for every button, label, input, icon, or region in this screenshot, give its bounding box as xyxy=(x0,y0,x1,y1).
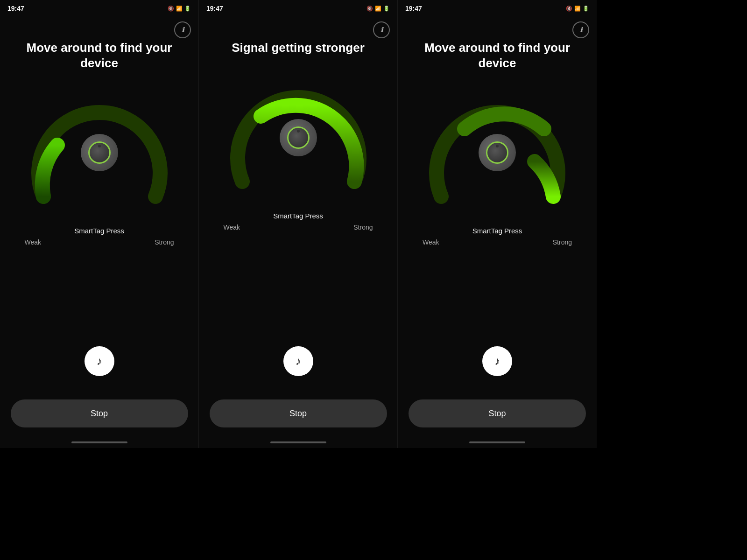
panel-title-3: Move around to find your device xyxy=(398,17,597,80)
mute-icon-3: 🔇 xyxy=(566,6,572,12)
signal-strong-1: Strong xyxy=(155,238,174,246)
mute-icon-1: 🔇 xyxy=(168,6,174,12)
device-label-2: SmartTag Press xyxy=(273,212,323,220)
status-icons-3: 🔇 📶 🔋 xyxy=(566,6,589,12)
stop-label-3: Stop xyxy=(488,409,506,419)
status-time-2: 19:47 xyxy=(206,5,223,12)
radar-container-3 xyxy=(418,84,577,224)
stop-button-3[interactable]: Stop xyxy=(409,399,586,427)
wifi-icon-3: 📶 xyxy=(574,6,581,12)
battery-icon-1: 🔋 xyxy=(184,6,191,12)
signal-labels-3: Weak Strong xyxy=(418,238,577,246)
music-icon-2: ♪ xyxy=(296,355,301,368)
wifi-icon-2: 📶 xyxy=(375,6,381,12)
home-indicator-1 xyxy=(71,441,127,443)
signal-weak-3: Weak xyxy=(423,238,439,246)
status-bar-2: 19:47 🔇 📶 🔋 xyxy=(199,0,397,17)
signal-weak-2: Weak xyxy=(224,224,240,231)
info-button-2[interactable]: ℹ xyxy=(373,21,390,38)
mute-icon-2: 🔇 xyxy=(366,6,373,12)
battery-icon-2: 🔋 xyxy=(383,6,390,12)
device-icon-1 xyxy=(81,134,118,171)
device-label-1: SmartTag Press xyxy=(74,227,124,235)
phone-panel-1: 19:47 🔇 📶 🔋 ℹ Move around to find your d… xyxy=(0,0,199,448)
status-time-3: 19:47 xyxy=(405,5,422,12)
sound-button-2[interactable]: ♪ xyxy=(283,346,313,376)
device-inner-2 xyxy=(287,126,310,149)
stop-label-1: Stop xyxy=(91,409,108,419)
home-indicator-2 xyxy=(270,441,326,443)
battery-icon-3: 🔋 xyxy=(583,6,589,12)
phone-panel-2: 19:47 🔇 📶 🔋 ℹ Signal getting stronger xyxy=(199,0,398,448)
status-icons-2: 🔇 📶 🔋 xyxy=(366,6,390,12)
panel-title-1: Move around to find your device xyxy=(0,17,198,80)
device-dot-2 xyxy=(297,130,300,133)
status-time-1: 19:47 xyxy=(7,5,24,12)
music-icon-1: ♪ xyxy=(97,355,102,368)
signal-labels-2: Weak Strong xyxy=(219,224,378,231)
music-icon-3: ♪ xyxy=(494,355,500,368)
status-icons-1: 🔇 📶 🔋 xyxy=(168,6,191,12)
signal-labels-1: Weak Strong xyxy=(20,238,179,246)
device-inner-1 xyxy=(88,141,111,164)
signal-strong-2: Strong xyxy=(353,224,373,231)
device-inner-3 xyxy=(486,141,508,164)
device-dot-3 xyxy=(496,145,499,147)
signal-weak-1: Weak xyxy=(25,238,42,246)
stop-button-2[interactable]: Stop xyxy=(210,399,387,427)
stop-label-2: Stop xyxy=(289,409,307,419)
wifi-icon-1: 📶 xyxy=(176,6,183,12)
info-button-3[interactable]: ℹ xyxy=(572,21,589,38)
status-bar-3: 19:47 🔇 📶 🔋 xyxy=(398,0,597,17)
status-bar-1: 19:47 🔇 📶 🔋 xyxy=(0,0,198,17)
sound-button-3[interactable]: ♪ xyxy=(482,346,512,376)
sound-button-1[interactable]: ♪ xyxy=(85,346,114,376)
home-indicator-3 xyxy=(469,441,525,443)
device-icon-2 xyxy=(280,119,317,156)
panel-title-2: Signal getting stronger xyxy=(213,17,383,65)
phone-panel-3: 19:47 🔇 📶 🔋 ℹ Move around to find your d… xyxy=(398,0,597,448)
device-dot-1 xyxy=(98,145,101,147)
stop-button-1[interactable]: Stop xyxy=(11,399,188,427)
device-icon-3 xyxy=(479,134,516,171)
radar-container-2 xyxy=(219,70,378,210)
radar-container-1 xyxy=(20,84,179,224)
device-label-3: SmartTag Press xyxy=(472,227,522,235)
info-button-1[interactable]: ℹ xyxy=(174,21,191,38)
signal-strong-3: Strong xyxy=(553,238,572,246)
